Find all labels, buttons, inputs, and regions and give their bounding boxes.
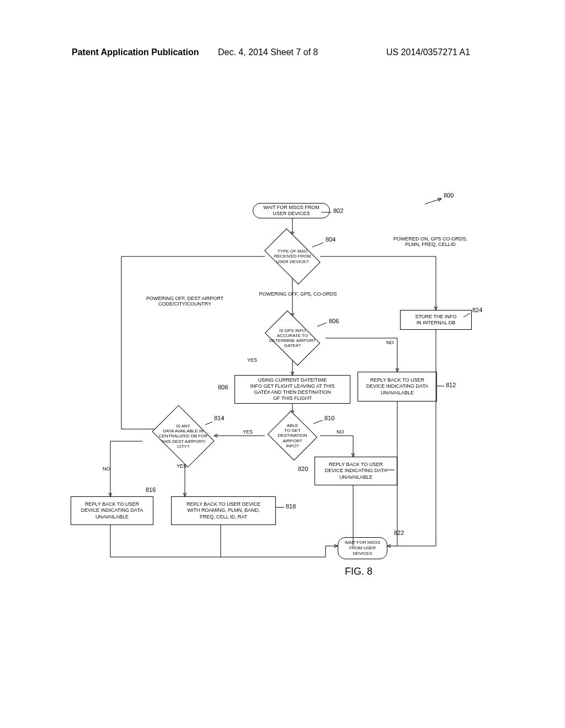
ref-820: 820 [298,465,308,472]
ref-812: 812 [446,382,456,388]
node-reply-unavailable-820: REPLY BACK TO USER DEVICE INDICATING DAT… [315,457,397,485]
node-text: REPLY BACK TO USER DEVICE WITH ROAMING, … [186,501,260,520]
ref-802: 802 [333,207,343,214]
node-text: IS GPS INFO ACCURATE TO DETERMINE AIRPOR… [269,328,316,349]
header-pub-number: US 2014/0357271 A1 [386,47,470,57]
yes-label-814: YES [177,463,186,469]
node-store-internal-db: STORE THE INFO IN INTERNAL DB [400,310,472,330]
node-text: IS ANY DATA AVAILABLE IN CENTRALIZED DB … [159,424,207,449]
branch-label-right: POWERED ON, GPS CO-ORDS, PLMN, FREQ, CEL… [375,236,486,247]
node-data-available-decision: IS ANY DATA AVAILABLE IN CENTRALIZED DB … [145,411,222,461]
node-text: STORE THE INFO IN INTERNAL DB [415,314,456,326]
node-get-flight-info: USING CURRENT DATE/TIME INFO GET FLIGHT … [234,375,350,404]
node-text: ABLE TO GET DESTINATION AIRPORT INFO? [278,423,307,448]
no-label-814: NO [103,466,110,472]
node-gps-accurate-decision: IS GPS INFO ACCURATE TO DETERMINE AIRPOR… [259,317,326,360]
node-text: WAIT FOR MSGS FROM USER DEVICES [263,205,319,217]
node-reply-unavailable-816: REPLY BACK TO USER DEVICE INDICATING DAT… [71,496,153,525]
header-publication: Patent Application Publication [72,47,199,57]
node-reply-roaming-info: REPLY BACK TO USER DEVICE WITH ROAMING, … [171,496,276,525]
ref-804: 804 [326,236,335,243]
ref-806: 806 [329,318,339,324]
yes-label-810: YES [243,429,253,435]
node-reply-unavailable-812: REPLY BACK TO USER DEVICE INDICATING DAT… [358,372,437,402]
branch-label-center: POWERING OFF, GPS, CO-ORDS [254,291,342,297]
node-wait-msgs-start: WAIT FOR MSGS FROM USER DEVICES [253,203,330,218]
node-msg-type-decision: TYPE OF MSG RECEIVED FROM USER DEVICE? [259,235,326,278]
node-text: USING CURRENT DATE/TIME INFO GET FLIGHT … [250,377,334,402]
no-label-806: NO [386,340,394,345]
node-text: TYPE OF MSG RECEIVED FROM USER DEVICE? [274,249,311,264]
yes-label-806: YES [247,357,257,363]
node-wait-msgs-end: WAIT FOR MSGS FROM USER DEVICES [338,537,387,559]
no-label-810: NO [337,429,344,435]
ref-808: 808 [218,384,228,390]
ref-814: 814 [214,415,224,421]
node-text: REPLY BACK TO USER DEVICE INDICATING DAT… [325,462,387,480]
ref-800: 800 [444,192,454,199]
figure-caption: FIG. 8 [337,566,381,577]
ref-822: 822 [394,529,404,536]
branch-label-left: POWERING OFF, DEST AIRPORT CODE/CITY/COU… [132,296,237,307]
flowchart-diagram: 800 WAIT FOR MSGS FROM USER DEVICES 802 … [0,99,565,706]
ref-810: 810 [324,415,334,421]
header-date-sheet: Dec. 4, 2014 Sheet 7 of 8 [218,47,318,57]
ref-818: 818 [286,503,296,510]
node-text: REPLY BACK TO USER DEVICE INDICATING DAT… [81,501,143,520]
ref-816: 816 [146,486,156,493]
node-text: REPLY BACK TO USER DEVICE INDICATING DAT… [366,377,429,396]
node-text: WAIT FOR MSGS FROM USER DEVICES [345,540,380,556]
svg-line-0 [425,199,441,204]
ref-824: 824 [472,307,482,313]
node-dest-airport-info-decision: ABLE TO GET DESTINATION AIRPORT INFO? [265,414,320,458]
